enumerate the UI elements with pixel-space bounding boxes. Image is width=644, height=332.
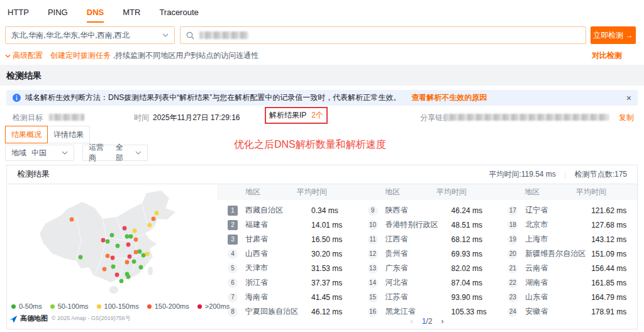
avg-time-value: 30.20 ms (311, 250, 342, 258)
table-row[interactable]: 11江西省68.12 ms (357, 232, 497, 246)
latency-dot[interactable] (132, 260, 136, 264)
tab-http[interactable]: HTTP (8, 8, 29, 23)
table-row[interactable]: 7海南省41.45 ms (217, 290, 357, 304)
table-row[interactable]: 22湖南省161.85 ms (497, 275, 637, 290)
latency-dot[interactable] (134, 238, 138, 242)
latency-dot[interactable] (79, 255, 83, 260)
table-row[interactable]: 1西藏自治区0.34 ms (217, 203, 357, 218)
latency-dot[interactable] (125, 235, 130, 239)
latency-dot[interactable] (128, 255, 132, 259)
page-indicator: 1/2 (422, 317, 433, 326)
latency-dot[interactable] (142, 253, 146, 258)
table-row[interactable]: 5天津市31.53 ms (217, 261, 357, 275)
region-name: 甘肃省 (245, 234, 311, 245)
latency-dot[interactable] (148, 223, 152, 228)
rank-badge: 1 (228, 206, 238, 216)
latency-dot[interactable] (129, 235, 133, 239)
latency-dot[interactable] (106, 240, 110, 244)
rank-badge: 2 (228, 220, 238, 230)
filter-运营商[interactable]: 运营商全部 (82, 145, 148, 161)
rank-badge: 18 (508, 220, 518, 230)
latency-dot[interactable] (125, 260, 130, 265)
advanced-config-label: 高级配置 (13, 50, 43, 61)
region-select[interactable]: 东北,华南,华北,华东,华中,西南,西北 (5, 26, 175, 44)
table-row[interactable]: 4山西省30.20 ms (217, 246, 357, 261)
legend-dot-icon (11, 304, 16, 309)
resolve-ip-label: 解析结果IP (269, 110, 306, 121)
table-row[interactable]: 18北京市127.68 ms (497, 218, 637, 232)
table-row[interactable]: 13广东省82.02 ms (357, 261, 497, 275)
prev-page-icon[interactable]: ‹ (410, 316, 413, 326)
tab-mtr[interactable]: MTR (123, 8, 140, 23)
result-tab[interactable]: 结果概况 (5, 126, 48, 143)
search-input[interactable] (180, 26, 586, 44)
latency-dot[interactable] (139, 265, 143, 270)
latency-dot[interactable] (103, 267, 107, 272)
table-row[interactable]: 6浙江省37.37 ms (217, 275, 357, 290)
copy-link[interactable]: 复制 (619, 113, 634, 123)
region-name: 江西省 (386, 234, 452, 245)
latency-dot[interactable] (110, 233, 114, 238)
latency-dot[interactable] (106, 254, 110, 258)
tab-ping[interactable]: PING (48, 8, 68, 23)
advanced-config-toggle[interactable]: 高级配置 (5, 50, 43, 61)
latency-dot[interactable] (126, 243, 131, 247)
rank-badge: 8 (228, 307, 238, 317)
banner-reason-link[interactable]: 查看解析不生效的原因 (411, 92, 487, 103)
latency-dot[interactable] (152, 217, 156, 221)
rank-badge: 14 (368, 278, 378, 288)
result-tab-bar: 结果概况详情结果 (5, 126, 90, 143)
latency-dot[interactable] (116, 244, 120, 248)
latency-dot[interactable] (101, 238, 106, 243)
latency-dot[interactable] (155, 211, 159, 216)
tab-dns[interactable]: DNS (87, 8, 104, 23)
rank-badge: 10 (368, 220, 378, 230)
next-page-icon[interactable]: › (441, 316, 443, 326)
table-row[interactable]: 3甘肃省16.50 ms (217, 232, 357, 246)
amap-brand: 高德地图 (20, 314, 48, 323)
table-column-group: 9陕西省46.24 ms10香港特别行政区48.51 ms11江西省68.12 … (357, 200, 497, 319)
latency-dot[interactable] (145, 252, 150, 257)
latency-dot[interactable] (111, 265, 116, 269)
table-row[interactable]: 20新疆维吾尔自治区151.09 ms (497, 246, 637, 261)
latency-dot[interactable] (138, 250, 142, 254)
table-row[interactable]: 21云南省156.44 ms (497, 261, 637, 275)
latency-dot[interactable] (70, 218, 74, 222)
table-row[interactable]: 19上海市143.12 ms (497, 232, 637, 246)
latency-dot[interactable] (133, 229, 137, 233)
table-row[interactable]: 15江苏省93.90 ms (357, 290, 497, 304)
search-icon (186, 31, 194, 40)
table-row[interactable]: 2福建省14.01 ms (217, 218, 357, 232)
table-row[interactable]: 23山东省164.79 ms (497, 290, 637, 304)
filter-地域[interactable]: 地域中国 (5, 145, 74, 161)
rank-badge: 19 (508, 235, 518, 245)
search-value-redacted (199, 31, 248, 39)
table-row[interactable]: 17辽宁省121.62 ms (497, 203, 637, 218)
latency-dot[interactable] (111, 256, 115, 260)
latency-dot[interactable] (119, 279, 124, 284)
latency-dot[interactable] (115, 273, 119, 277)
compare-detect-link[interactable]: 对比检测 (592, 50, 622, 61)
table-row[interactable]: 9陕西省46.24 ms (357, 203, 497, 218)
close-icon[interactable]: × (626, 94, 631, 102)
avg-time-stat: 平均时间:119.54 ms (489, 169, 555, 180)
latency-dot[interactable] (134, 250, 138, 255)
region-header: 地区 (217, 187, 297, 197)
top-card: HTTPPINGDNSMTRTraceroute 东北,华南,华北,华东,华中,… (0, 0, 644, 65)
tab-traceroute[interactable]: Traceroute (159, 8, 198, 23)
latency-dot[interactable] (126, 275, 131, 279)
result-tab[interactable]: 详情结果 (47, 126, 90, 143)
table-row[interactable]: 14河北省87.04 ms (357, 275, 497, 290)
region-name: 浙江省 (245, 277, 311, 288)
detect-now-button[interactable]: 立即检测 → (591, 26, 636, 44)
filter-row: 地域中国运营商全部 (5, 145, 148, 161)
latency-dot[interactable] (123, 226, 127, 231)
region-name: 辽宁省 (525, 205, 591, 216)
table-row[interactable]: 12贵州省69.93 ms (357, 246, 497, 261)
region-select-value: 东北,华南,华北,华东,华中,西南,西北 (11, 30, 130, 41)
china-latency-map[interactable] (7, 184, 218, 299)
table-row[interactable]: 10香港特别行政区48.51 ms (357, 218, 497, 232)
map-attribution: 高德地图 © 2025 Amap - GS(2019)756号 (9, 314, 131, 323)
create-scheduled-task-link[interactable]: 创建定时拨测任务 (50, 50, 111, 61)
amap-logo-icon (9, 314, 18, 323)
